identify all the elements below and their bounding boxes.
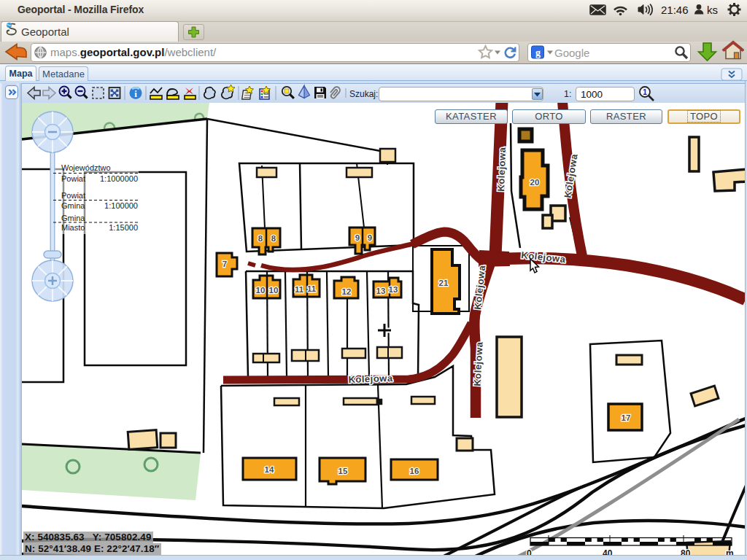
svg-text:13: 13 <box>376 287 386 295</box>
svg-text:8: 8 <box>258 234 263 243</box>
svg-text:8: 8 <box>271 234 276 243</box>
svg-text:1:100000: 1:100000 <box>104 201 138 210</box>
svg-text:Gmina: Gmina <box>61 201 85 210</box>
svg-text:80: 80 <box>681 548 691 555</box>
svg-text:9: 9 <box>355 233 360 242</box>
svg-text:16: 16 <box>410 467 419 475</box>
svg-text:Gmina: Gmina <box>61 214 85 222</box>
svg-text:7: 7 <box>222 260 227 268</box>
svg-text:20: 20 <box>530 178 540 187</box>
svg-text:14: 14 <box>265 465 274 474</box>
svg-text:1:1000000: 1:1000000 <box>100 174 138 183</box>
svg-text:0: 0 <box>527 548 532 555</box>
svg-text:13: 13 <box>389 285 398 294</box>
svg-text:Powiat: Powiat <box>61 174 85 183</box>
svg-text:Powiat: Powiat <box>61 191 85 200</box>
svg-text:10: 10 <box>256 286 266 295</box>
svg-text:Kolejowa: Kolejowa <box>348 373 393 385</box>
svg-text:11: 11 <box>307 284 317 293</box>
svg-text:12: 12 <box>342 287 352 296</box>
svg-text:40: 40 <box>603 548 613 555</box>
svg-text:Kolejowa: Kolejowa <box>495 147 508 192</box>
svg-text:Kolejowa: Kolejowa <box>471 341 484 386</box>
svg-text:11: 11 <box>295 285 304 294</box>
svg-text:Miasto: Miasto <box>61 223 85 232</box>
svg-text:Kolejowa: Kolejowa <box>472 265 487 311</box>
svg-text:17: 17 <box>622 413 631 422</box>
svg-text:m: m <box>726 548 734 555</box>
svg-text:Województwo: Województwo <box>61 163 111 172</box>
svg-text:15: 15 <box>338 467 348 475</box>
svg-text:21: 21 <box>439 279 449 287</box>
svg-text:1:15000: 1:15000 <box>109 223 138 232</box>
svg-text:10: 10 <box>269 286 279 295</box>
svg-text:9: 9 <box>368 233 372 242</box>
